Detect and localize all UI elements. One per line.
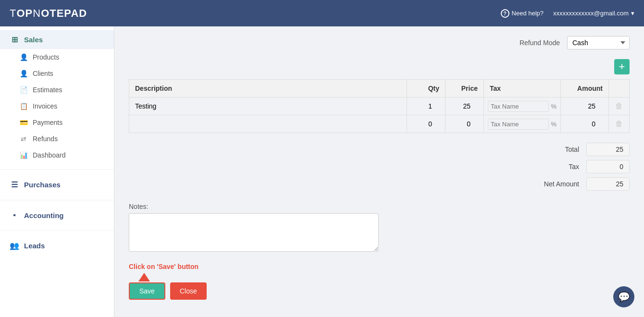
row2-amount-cell[interactable] (561, 115, 609, 133)
instruction-text: Click on 'Save' button (129, 263, 630, 270)
add-item-button[interactable]: + (614, 59, 630, 74)
save-button[interactable]: Save (129, 282, 165, 300)
sidebar-item-invoices[interactable]: 📋 Invoices (0, 98, 114, 114)
sidebar-divider-1 (0, 169, 114, 170)
sidebar-leads-label: Leads (24, 242, 45, 250)
invoices-icon: 📋 (19, 102, 28, 110)
main-content: Refund Mode Cash Check Bank Transfer Cre… (114, 26, 644, 317)
row1-description-input[interactable] (133, 100, 403, 112)
col-price: Price (446, 80, 484, 98)
sidebar-item-dashboard[interactable]: 📊 Dashboard (0, 147, 114, 163)
clients-icon: 👤 (19, 70, 28, 77)
sidebar-item-sales[interactable]: ⊞ Sales (0, 30, 114, 49)
row2-tax-percent-symbol: % (551, 121, 557, 128)
refund-mode-row: Refund Mode Cash Check Bank Transfer Cre… (129, 36, 630, 49)
col-action (609, 80, 630, 98)
sidebar-item-estimates[interactable]: 📄 Estimates (0, 82, 114, 98)
row1-amount-cell[interactable] (561, 98, 609, 115)
row1-qty-input[interactable] (411, 100, 441, 112)
row2-tax-container: % (488, 119, 557, 130)
table-row: % 🗑 (129, 115, 630, 133)
chat-bubble-button[interactable]: 💬 (613, 286, 634, 307)
totals-section: Total 25 Tax 0 Net Amount 25 (129, 143, 630, 191)
row1-qty-cell[interactable] (407, 98, 446, 115)
purchases-section: ☰ Purchases (0, 171, 114, 198)
refund-mode-label: Refund Mode (520, 39, 560, 47)
sidebar-estimates-label: Estimates (33, 86, 62, 94)
sidebar-accounting-label: Accounting (24, 211, 64, 219)
row1-delete-button[interactable]: 🗑 (613, 101, 625, 111)
chevron-down-icon: ▾ (631, 10, 634, 17)
arrow-up-icon (138, 273, 150, 281)
net-amount-row: Net Amount 25 (531, 177, 630, 191)
sidebar-products-label: Products (33, 53, 59, 61)
notes-textarea[interactable] (129, 213, 379, 252)
header: TopNotepad ? Need help? xxxxxxxxxxxxx@gm… (0, 0, 644, 26)
row2-delete-button[interactable]: 🗑 (613, 119, 625, 129)
notes-section: Notes: (129, 203, 630, 253)
need-help-button[interactable]: ? Need help? (501, 9, 544, 18)
sidebar-dashboard-label: Dashboard (33, 151, 66, 159)
sidebar-item-refunds[interactable]: ⇄ Refunds (0, 131, 114, 147)
tax-row: Tax 0 (531, 160, 630, 173)
col-amount: Amount (561, 80, 609, 98)
total-row: Total 25 (531, 143, 630, 156)
col-description: Description (129, 80, 407, 98)
row2-qty-cell[interactable] (407, 115, 446, 133)
total-value: 25 (586, 143, 630, 156)
sidebar-item-purchases[interactable]: ☰ Purchases (0, 175, 114, 194)
sales-icon: ⊞ (10, 35, 19, 44)
row1-tax-percent-symbol: % (551, 103, 557, 110)
products-icon: 👤 (19, 53, 28, 61)
action-buttons: Save Close (129, 282, 630, 300)
payments-icon: 💳 (19, 119, 28, 126)
row2-qty-input[interactable] (411, 118, 441, 130)
row2-price-input[interactable] (449, 118, 480, 130)
tax-label: Tax (531, 163, 579, 171)
sidebar-item-accounting[interactable]: ▪ Accounting (0, 206, 114, 224)
row2-tax-name-input[interactable] (488, 119, 549, 130)
tax-value: 0 (586, 160, 630, 173)
refund-mode-select[interactable]: Cash Check Bank Transfer Credit Card (567, 36, 630, 49)
user-email-dropdown[interactable]: xxxxxxxxxxxxx@gmail.com ▾ (553, 10, 634, 17)
refunds-icon: ⇄ (19, 135, 28, 143)
row2-delete-cell[interactable]: 🗑 (609, 115, 630, 133)
row1-tax-container: % (488, 101, 557, 112)
row1-price-input[interactable] (449, 100, 480, 112)
close-button[interactable]: Close (170, 282, 207, 300)
layout: ⊞ Sales 👤 Products 👤 Clients 📄 Estimates… (0, 26, 644, 317)
accounting-section: ▪ Accounting (0, 202, 114, 228)
sidebar-purchases-label: Purchases (24, 181, 61, 189)
leads-section: 👥 Leads (0, 232, 114, 259)
items-table: Description Qty Price Tax Amount (129, 79, 630, 133)
row2-tax-cell[interactable]: % (484, 115, 561, 133)
sidebar-item-payments[interactable]: 💳 Payments (0, 114, 114, 131)
sidebar-divider-3 (0, 230, 114, 231)
row1-amount-input[interactable] (565, 100, 605, 112)
sidebar-sales-label: Sales (24, 36, 43, 44)
net-amount-label: Net Amount (531, 180, 579, 188)
sidebar-item-products[interactable]: 👤 Products (0, 49, 114, 65)
row1-tax-cell[interactable]: % (484, 98, 561, 115)
col-qty: Qty (407, 80, 446, 98)
sidebar-refunds-label: Refunds (33, 135, 58, 143)
row1-tax-name-input[interactable] (488, 101, 549, 112)
col-tax: Tax (484, 80, 561, 98)
row2-price-cell[interactable] (446, 115, 484, 133)
row1-price-cell[interactable] (446, 98, 484, 115)
row1-delete-cell[interactable]: 🗑 (609, 98, 630, 115)
sidebar-item-leads[interactable]: 👥 Leads (0, 236, 114, 255)
sales-section: ⊞ Sales 👤 Products 👤 Clients 📄 Estimates… (0, 26, 114, 167)
notes-label: Notes: (129, 203, 630, 210)
row1-description-cell[interactable] (129, 98, 407, 115)
row2-description-cell[interactable] (129, 115, 407, 133)
add-button-row: + (129, 59, 630, 74)
chat-icon: 💬 (618, 291, 630, 303)
accounting-icon: ▪ (10, 211, 19, 219)
sidebar-clients-label: Clients (33, 70, 53, 77)
sidebar-item-clients[interactable]: 👤 Clients (0, 65, 114, 82)
row2-amount-input[interactable] (565, 118, 605, 130)
help-icon: ? (501, 9, 509, 18)
row2-description-input[interactable] (133, 118, 403, 130)
header-right: ? Need help? xxxxxxxxxxxxx@gmail.com ▾ (501, 9, 634, 18)
